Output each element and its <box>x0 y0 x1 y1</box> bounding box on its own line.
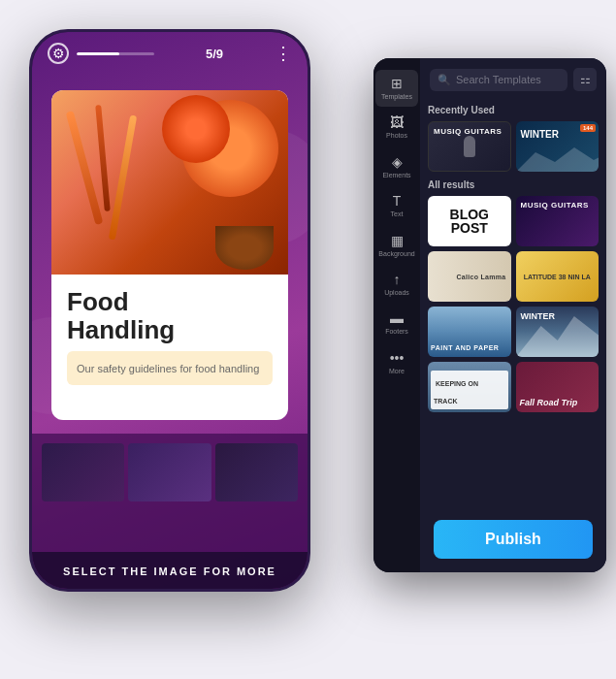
tmpl-all-7-overlay: KEEPING ON TRACK <box>431 371 508 409</box>
text-icon: T <box>393 193 402 209</box>
search-bar: 🔍 Search Templates ⚏ <box>420 58 606 97</box>
tmpl-all-8-label: Fall Road Trip <box>518 396 580 409</box>
search-placeholder: Search Templates <box>456 74 541 85</box>
svg-marker-0 <box>516 147 600 172</box>
sidebar-item-templates[interactable]: ⊞ Templates <box>375 70 418 107</box>
sidebar-item-background[interactable]: ▦ Background <box>375 227 418 264</box>
more-options-icon[interactable]: ⋮ <box>275 43 292 64</box>
tmpl-recent-2-badge: 144 <box>580 124 596 132</box>
bottom-label-bar: SELECT THE IMAGE FOR MORE <box>32 552 308 589</box>
photos-icon-label: Photos <box>386 132 407 140</box>
bottom-thumb-1 <box>42 443 124 501</box>
panel-content: 🔍 Search Templates ⚏ Recently Used MUSIQ… <box>420 58 606 572</box>
footers-icon-label: Footers <box>385 328 408 336</box>
template-all-2[interactable]: MUSIQ GUITARS <box>516 196 600 246</box>
sidebar-item-elements[interactable]: ◈ Elements <box>375 148 418 185</box>
uploads-icon-label: Uploads <box>384 289 409 297</box>
tmpl-all-7-label: KEEPING ON TRACK <box>434 378 478 406</box>
footers-icon: ▬ <box>390 310 404 326</box>
sidebar-item-more[interactable]: ••• More <box>375 344 418 381</box>
phone-mockup: ⚙ 5/9 ⋮ Food Handling <box>29 29 310 592</box>
filter-icon[interactable]: ⚏ <box>573 68 597 91</box>
search-icon: 🔍 <box>438 74 451 86</box>
food-subtitle-box: Our safety guidelines for food handling <box>67 351 273 384</box>
template-all-3[interactable]: Calico Lamma <box>428 251 511 302</box>
elements-icon-label: Elements <box>382 172 410 179</box>
slide-count: 5/9 <box>206 47 223 61</box>
all-results-grid: BLOGPOST MUSIQ GUITARS Calico Lamma LATI… <box>428 196 599 412</box>
winter-mountain-svg <box>516 143 600 172</box>
sidebar-item-uploads[interactable]: ↑ Uploads <box>375 266 418 303</box>
template-all-6[interactable]: WINTER <box>516 307 600 357</box>
gear-icon[interactable]: ⚙ <box>48 43 69 64</box>
template-all-7[interactable]: KEEPING ON TRACK <box>428 362 511 412</box>
background-icon: ▦ <box>391 233 404 248</box>
template-all-4[interactable]: LATITUDE 38 NIN LA <box>516 251 600 302</box>
svg-marker-1 <box>516 316 600 357</box>
progress-bar <box>77 52 154 55</box>
guitar-icon <box>464 136 475 157</box>
topbar-left: ⚙ <box>48 43 154 64</box>
tmpl-all-3-label: Calico Lamma <box>456 274 505 280</box>
publish-button[interactable]: Publish <box>434 520 593 559</box>
food-circle-2 <box>162 95 230 163</box>
all-results-title: All results <box>428 179 599 190</box>
phone-bottom-overlay: SELECT THE IMAGE FOR MORE <box>32 434 308 589</box>
tmpl-all-6-label: WINTER <box>521 311 556 321</box>
search-input-wrap[interactable]: 🔍 Search Templates <box>430 69 567 91</box>
template-recent-2[interactable]: WINTER 144 <box>516 121 600 172</box>
food-text-area: Food Handling Our safety guidelines for … <box>51 275 288 399</box>
recently-used-grid: MUSIQ GUITARS WINTER 144 <box>428 121 599 172</box>
sidebar-item-footers[interactable]: ▬ Footers <box>375 305 418 341</box>
templates-icon: ⊞ <box>391 76 403 91</box>
photos-icon: 🖼 <box>390 114 404 130</box>
bottom-label-text: SELECT THE IMAGE FOR MORE <box>63 566 276 577</box>
elements-icon: ◈ <box>392 154 403 170</box>
food-card[interactable]: Food Handling Our safety guidelines for … <box>51 90 288 420</box>
more-icon: ••• <box>390 350 405 366</box>
editor-panel: ⊞ Templates 🖼 Photos ◈ Elements T Text ▦… <box>373 58 606 572</box>
template-all-1[interactable]: BLOGPOST <box>428 196 511 246</box>
tmpl-recent-1-label: MUSIQ GUITARS <box>434 127 502 136</box>
uploads-icon: ↑ <box>394 272 401 287</box>
text-icon-label: Text <box>391 210 404 218</box>
background-icon-label: Background <box>378 250 414 258</box>
bottom-images-row <box>32 434 308 511</box>
phone-screen: ⚙ 5/9 ⋮ Food Handling <box>32 32 308 589</box>
tmpl-all-4-label: LATITUDE 38 NIN LA <box>524 274 591 280</box>
phone-topbar: ⚙ 5/9 ⋮ <box>32 32 308 75</box>
tmpl-all-5-overlay: PAINT AND PAPER <box>431 337 499 354</box>
sidebar-item-photos[interactable]: 🖼 Photos <box>375 109 418 146</box>
tmpl-blog-post-label: BLOGPOST <box>450 208 489 235</box>
templates-icon-label: Templates <box>381 93 412 101</box>
bottom-thumb-3 <box>215 443 298 501</box>
food-stick-2 <box>95 105 111 211</box>
sidebar-item-text[interactable]: T Text <box>375 187 418 224</box>
bottom-thumb-2 <box>128 443 211 501</box>
template-recent-1[interactable]: MUSIQ GUITARS <box>428 121 511 172</box>
tmpl-all-5-label: PAINT AND PAPER <box>431 344 499 351</box>
more-icon-label: More <box>389 368 405 375</box>
template-all-5[interactable]: PAINT AND PAPER <box>428 307 511 357</box>
tmpl-recent-2-label: WINTER <box>521 129 559 140</box>
publish-section: Publish <box>420 506 606 572</box>
tmpl-all-2-label: MUSIQ GUITARS <box>521 201 589 210</box>
templates-scroll[interactable]: Recently Used MUSIQ GUITARS WINTER 144 A… <box>420 97 606 506</box>
food-bowl <box>215 226 274 270</box>
recently-used-title: Recently Used <box>428 105 599 115</box>
sidebar-icons: ⊞ Templates 🖼 Photos ◈ Elements T Text ▦… <box>373 58 420 572</box>
tmpl-all-8-overlay: Fall Road Trip <box>518 392 598 409</box>
food-image <box>51 90 288 275</box>
template-all-8[interactable]: Fall Road Trip <box>516 362 600 412</box>
food-stick-3 <box>109 114 137 240</box>
food-subtitle-text: Our safety guidelines for food handling <box>77 363 259 374</box>
progress-fill <box>77 52 119 55</box>
food-card-title: Food Handling <box>67 288 273 343</box>
